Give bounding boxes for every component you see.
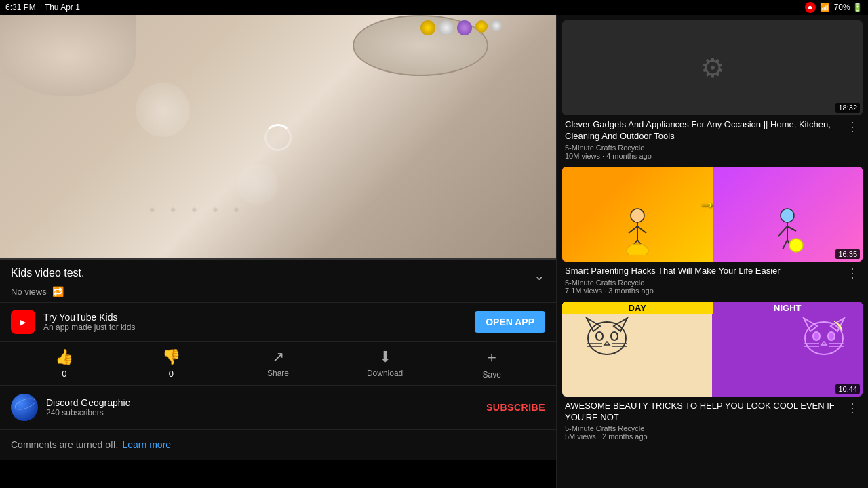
rec-more-button-gadgets[interactable]: ⋮ <box>845 119 860 134</box>
ornament-silver <box>439 20 454 35</box>
rec-more-button-parenting[interactable]: ⋮ <box>845 266 860 281</box>
yt-kids-subtitle: An app made just for kids <box>43 323 135 332</box>
subscriber-count: 240 subscribers <box>46 408 130 418</box>
cat-drawing-day <box>583 311 631 359</box>
video-panel: • • • • • Kids video test. ⌄ No views 🔁 … <box>0 15 556 488</box>
learn-more-link[interactable]: Learn more <box>122 439 171 450</box>
save-label: Save <box>482 370 500 380</box>
main-container: • • • • • Kids video test. ⌄ No views 🔁 … <box>0 15 868 488</box>
svg-point-17 <box>596 332 603 340</box>
subscribe-button[interactable]: SUBSCRIBE <box>486 402 545 413</box>
rec-title-gadgets: Clever Gadgets And Appliances For Any Oc… <box>565 119 845 142</box>
rec-duration-beauty: 10:44 <box>835 384 860 394</box>
status-right-icons: ⏺ 📶 70% 🔋 <box>805 2 863 13</box>
dislike-button[interactable]: 👎 0 <box>151 348 191 379</box>
rec-meta-gadgets: 10M views · 4 months ago <box>565 152 845 160</box>
rec-title-parenting: Smart Parenting Hacks That Will Make You… <box>565 266 845 277</box>
comments-off-text: Comments are turned off. <box>11 439 118 450</box>
svg-point-28 <box>828 332 835 340</box>
open-app-button[interactable]: OPEN APP <box>475 311 545 333</box>
svg-line-3 <box>637 226 646 233</box>
download-button[interactable]: ⬇ Download <box>365 348 406 378</box>
dislike-count: 0 <box>169 369 174 379</box>
recommendations-panel: ⚙ 18:32 Clever Gadgets And Appliances Fo… <box>556 15 868 488</box>
record-icon: ⏺ <box>805 2 816 13</box>
video-watermark: • • • • • <box>149 201 245 220</box>
rec-text-parenting: Smart Parenting Hacks That Will Make You… <box>565 266 845 295</box>
rec-info-parenting: Smart Parenting Hacks That Will Make You… <box>562 262 863 296</box>
expand-icon[interactable]: ⌄ <box>534 267 545 283</box>
svg-point-0 <box>631 209 644 222</box>
svg-marker-15 <box>614 318 627 331</box>
svg-line-11 <box>783 240 787 249</box>
cat-drawing-night <box>800 311 848 359</box>
channel-info: Discord Geographic 240 subscribers SUBSC… <box>0 386 556 430</box>
video-player[interactable]: • • • • • <box>0 15 556 260</box>
svg-line-9 <box>778 226 787 236</box>
video-reflection1 <box>136 83 190 137</box>
rec-item-gadgets[interactable]: ⚙ 18:32 Clever Gadgets And Appliances Fo… <box>562 20 863 161</box>
rec-channel-gadgets: 5-Minute Crafts Recycle <box>565 144 845 152</box>
status-time: 6:31 PM <box>5 3 36 12</box>
wifi-icon: 📶 <box>820 3 830 12</box>
rec-text-gadgets: Clever Gadgets And Appliances For Any Oc… <box>565 119 845 160</box>
channel-avatar[interactable] <box>11 394 38 421</box>
dislike-icon: 👎 <box>162 348 180 366</box>
svg-point-27 <box>813 332 820 340</box>
rec-text-beauty: AWESOME BEAUTY TRICKS TO HELP YOU LOOK C… <box>565 401 845 441</box>
status-bar: 6:31 PM Thu Apr 1 ⏺ 📶 70% 🔋 <box>0 0 868 15</box>
yt-kids-left: ▶ Try YouTube Kids An app made just for … <box>11 310 135 334</box>
rec-more-button-beauty[interactable]: ⋮ <box>845 401 860 415</box>
save-button[interactable]: ＋ Save <box>471 347 512 380</box>
save-icon: ＋ <box>484 347 499 367</box>
like-count: 0 <box>62 369 66 379</box>
channel-name: Discord Geographic <box>46 397 130 408</box>
video-ornaments <box>420 20 502 35</box>
stick-figure-after <box>770 207 804 255</box>
svg-marker-24 <box>804 318 817 331</box>
rec-item-parenting[interactable]: → 16:35 <box>562 167 863 296</box>
svg-marker-14 <box>587 318 600 331</box>
channel-text: Discord Geographic 240 subscribers <box>46 397 130 418</box>
svg-point-18 <box>611 332 618 340</box>
ornament-gold2 <box>475 20 488 33</box>
channel-left: Discord Geographic 240 subscribers <box>11 394 130 421</box>
svg-line-2 <box>629 226 637 233</box>
rec-meta-parenting: 7.1M views · 3 months ago <box>565 287 845 295</box>
svg-point-6 <box>627 244 648 255</box>
rec-thumb-beauty: DAY NIGHT <box>562 302 863 396</box>
loading-spinner <box>264 124 292 151</box>
like-button[interactable]: 👍 0 <box>44 348 85 379</box>
video-progress-bar[interactable] <box>0 258 556 260</box>
video-meta: No views 🔁 <box>11 286 545 297</box>
rec-item-beauty[interactable]: DAY NIGHT <box>562 302 863 443</box>
rec-duration-parenting: 16:35 <box>835 249 860 259</box>
rec-channel-parenting: 5-Minute Crafts Recycle <box>565 279 845 287</box>
rec-title-beauty: AWESOME BEAUTY TRICKS TO HELP YOU LOOK C… <box>565 401 845 424</box>
yt-kids-title: Try YouTube Kids <box>43 312 135 323</box>
share-button[interactable]: ↗ Share <box>258 348 298 378</box>
video-title-row: Kids video test. ⌄ <box>11 267 545 283</box>
share-icon: ↗ <box>272 348 284 366</box>
like-icon: 👍 <box>55 348 73 366</box>
download-label: Download <box>367 369 403 378</box>
download-icon: ⬇ <box>379 348 391 366</box>
stick-figure-before <box>620 207 654 255</box>
rec-thumb-parenting: → 16:35 <box>562 167 863 262</box>
arrow-overlay: → <box>697 194 716 216</box>
rec-meta-beauty: 5M views · 2 months ago <box>565 432 845 441</box>
rec-info-beauty: AWESOME BEAUTY TRICKS TO HELP YOU LOOK C… <box>562 396 863 443</box>
parenting-before <box>562 167 713 262</box>
yt-kids-text: Try YouTube Kids An app made just for ki… <box>43 312 135 332</box>
ornament-gold <box>420 20 435 35</box>
video-reflection2 <box>237 164 278 205</box>
rec-duration-gadgets: 18:32 <box>835 103 860 113</box>
status-time-date: 6:31 PM Thu Apr 1 <box>5 3 80 12</box>
status-date: Thu Apr 1 <box>45 3 80 12</box>
battery-icon: 70% 🔋 <box>834 3 863 12</box>
yt-kids-banner: ▶ Try YouTube Kids An app made just for … <box>0 303 556 342</box>
share-label: Share <box>267 369 289 378</box>
rec-info-gadgets: Clever Gadgets And Appliances For Any Oc… <box>562 115 863 161</box>
video-info-section: Kids video test. ⌄ No views 🔁 <box>0 260 556 303</box>
parenting-after <box>713 167 863 262</box>
